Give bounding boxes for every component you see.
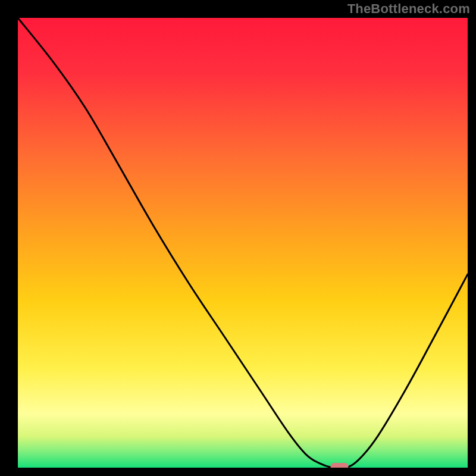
watermark-text: TheBottleneck.com [347, 1, 470, 17]
chart-frame: TheBottleneck.com [0, 0, 476, 476]
bottleneck-chart [0, 0, 476, 476]
